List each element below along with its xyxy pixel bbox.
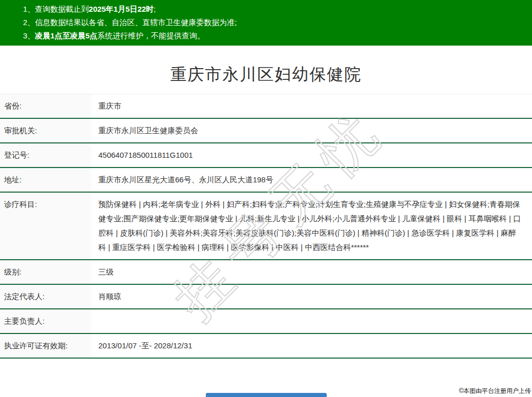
table-row: 审批机关: 重庆市永川区卫生健康委员会 [0, 118, 532, 143]
notice-line-1: 1、查询数据截止到2025年1月5日22时; [0, 3, 532, 16]
row-value: 2013/01/07 -至- 2028/12/31 [91, 333, 532, 358]
row-value: 三级 [91, 260, 532, 284]
table-row: 诊疗科目: 预防保健科 | 内科;老年病专业 | 外科 | 妇产科;妇科专业;产… [0, 192, 532, 260]
table-row: 级别: 三级 [0, 260, 532, 284]
row-value: 45064071850011811G1001 [91, 143, 532, 168]
row-label: 地址: [0, 168, 91, 192]
row-label: 省份: [0, 94, 91, 119]
row-label: 执业许可证有效期: [0, 333, 91, 358]
table-row: 登记号: 45064071850011811G1001 [0, 143, 532, 168]
notice-bold-text: 2025年1月5日22时 [89, 5, 154, 13]
button-row: 〖关闭窗口〗 [0, 393, 532, 397]
table-row: 省份: 重庆市 [0, 94, 532, 119]
notice-banner: 1、查询数据截止到2025年1月5日22时; 2、信息数据结果以各省、自治区、直… [0, 0, 532, 46]
row-value [91, 309, 532, 333]
notice-line-3: 3、凌晨1点至凌晨5点系统进行维护，不能提供查询。 [0, 29, 532, 43]
notice-line-2: 2、信息数据结果以各省、自治区、直辖市卫生健康委数据为准; [0, 16, 532, 29]
row-label: 登记号: [0, 143, 91, 168]
page-title: 重庆市永川区妇幼保健院 [0, 66, 532, 83]
notice-text: 2、信息数据结果以各省、自治区、直辖市卫生健康委数据为准; [23, 18, 237, 27]
notice-bold-text: 凌晨1点至凌晨5点 [35, 31, 97, 40]
row-label: 主要负责人: [0, 309, 91, 333]
notice-text: 3、 [23, 31, 35, 40]
table-row: 法定代表人: 肖顺琼 [0, 284, 532, 309]
table-row: 地址: 重庆市永川区星光大道66号、永川区人民大道198号 [0, 168, 532, 192]
row-value: 重庆市 [91, 94, 532, 119]
row-value: 重庆市永川区星光大道66号、永川区人民大道198号 [91, 168, 532, 192]
notice-text: ; [154, 5, 156, 13]
row-value: 预防保健科 | 内科;老年病专业 | 外科 | 妇产科;妇科专业;产科专业;计划… [91, 192, 532, 260]
notice-text: 1、查询数据截止到 [23, 5, 89, 13]
upload-credit-text: ©本图由平台注册用户上传 [459, 387, 531, 395]
row-value: 肖顺琼 [91, 284, 532, 309]
row-label: 诊疗科目: [0, 192, 91, 260]
table-row: 主要负责人: [0, 309, 532, 333]
row-value: 重庆市永川区卫生健康委员会 [91, 118, 532, 143]
close-window-button[interactable]: 〖关闭窗口〗 [206, 393, 327, 397]
row-label: 审批机关: [0, 118, 91, 143]
row-label: 级别: [0, 260, 91, 284]
row-label: 法定代表人: [0, 284, 91, 309]
hospital-info-table: 省份: 重庆市 审批机关: 重庆市永川区卫生健康委员会 登记号: 4506407… [0, 94, 532, 359]
table-row: 执业许可证有效期: 2013/01/07 -至- 2028/12/31 [0, 333, 532, 358]
notice-text: 系统进行维护，不能提供查询。 [97, 31, 205, 40]
